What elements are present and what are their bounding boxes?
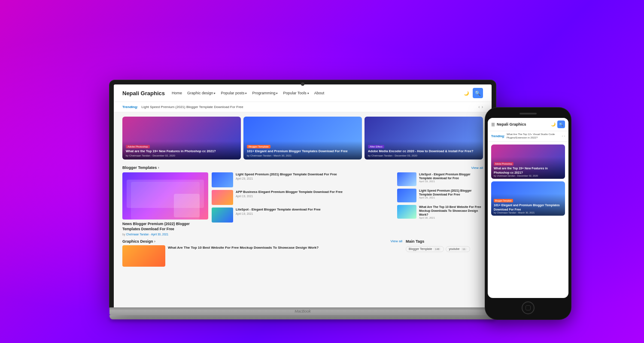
- phone-card-1[interactable]: Adobe Photoshop What are the Top 19+ New…: [491, 144, 565, 179]
- tag-count-2: 11: [461, 247, 467, 251]
- phone-card-2-overlay: Blogger Template 101+ Elegant and Premiu…: [491, 194, 565, 215]
- phone-home-inner: [526, 305, 531, 310]
- main-tags-title: Main Tags: [406, 239, 483, 244]
- trending-arrows: ‹ ›: [478, 105, 483, 109]
- hero-card-2-meta: by Chetmaan Tandan - March 30, 2021: [247, 154, 358, 157]
- nav-graphic-design[interactable]: Graphic design: [187, 91, 216, 95]
- hero-card-2-title: 101+ Elegant and Premium Blogger Templat…: [247, 149, 358, 153]
- prev-arrow[interactable]: ‹: [478, 105, 480, 109]
- graphics-thumb: [122, 245, 165, 267]
- macbook-screen-bezel: Nepali Graphics Home Graphic design Popu…: [109, 80, 496, 307]
- macbook-bottom: [109, 315, 496, 319]
- hero-card-2-overlay: Blogger Template 101+ Elegant and Premiu…: [243, 141, 362, 159]
- graphics-section-title[interactable]: Graphics Design: [122, 239, 155, 244]
- hero-card-1-tag: Adobe Photoshop: [126, 145, 150, 148]
- phone-search-button[interactable]: 🔍: [557, 120, 565, 128]
- phone-card-2-tag: Blogger Template: [494, 199, 513, 202]
- blogger-right: LiteSpot - Elegant Premium Blogger Templ…: [397, 172, 483, 236]
- hero-cards: Adobe Photoshop What are the Top 19+ New…: [114, 112, 492, 164]
- list-title-2[interactable]: APP Business Elegant Premium Blogger Tem…: [236, 190, 343, 194]
- phone-card-1-overlay: Adobe Photoshop What are the Top 19+ New…: [491, 157, 565, 178]
- blogger-main-date: April 30, 2021: [151, 233, 168, 236]
- phone-card-2[interactable]: Blogger Template 101+ Elegant and Premiu…: [491, 181, 565, 216]
- phone-trending-text[interactable]: What Are The Top 12+ Visual Studio Code …: [507, 133, 560, 140]
- phone-device: ☰ Nepali Graphics 🌙 🔍 Trending: What Are…: [485, 108, 571, 319]
- nav-popular-tools[interactable]: Popular Tools: [283, 91, 309, 95]
- trending-text[interactable]: Light Speed Premium (2021) Blogger Templ…: [141, 105, 475, 109]
- right-date-1: April 19, 2021: [419, 180, 483, 183]
- right-item-2: Light Speed Premium (2021) Blogger Templ…: [397, 189, 483, 202]
- phone-home-button[interactable]: [522, 301, 535, 314]
- hero-card-1[interactable]: Adobe Photoshop What are the Top 19+ New…: [122, 117, 241, 159]
- nav-home[interactable]: Home: [172, 91, 182, 95]
- tag-youtube[interactable]: youtube 11: [446, 246, 470, 252]
- blogger-main-author[interactable]: Chetmaan Tandan: [126, 233, 149, 236]
- macbook-device: Nepali Graphics Home Graphic design Popu…: [109, 80, 496, 319]
- right-title-1[interactable]: LiteSpot - Elegant Premium Blogger Templ…: [419, 172, 483, 180]
- next-arrow[interactable]: ›: [482, 105, 483, 109]
- graphics-item: What Are The Top 10 Best Website For Fre…: [122, 245, 402, 267]
- list-info-1: Light Speed Premium (2021) Blogger Templ…: [236, 172, 337, 180]
- blogger-main-item: News Blogger Premium (2022) Blogger Temp…: [122, 172, 208, 236]
- blogger-section-content: News Blogger Premium (2022) Blogger Temp…: [114, 171, 492, 238]
- nav-popular-posts[interactable]: Popular posts: [221, 91, 247, 95]
- list-thumb-3: [212, 208, 233, 223]
- right-title-2[interactable]: Light Speed Premium (2021) Blogger Templ…: [419, 189, 483, 196]
- list-title-3[interactable]: LiteSpot - Elegant Blogger Template down…: [236, 208, 321, 212]
- phone-screen: ☰ Nepali Graphics 🌙 🔍 Trending: What Are…: [488, 118, 568, 298]
- right-item-1: LiteSpot - Elegant Premium Blogger Templ…: [397, 172, 483, 186]
- phone-site-logo: Nepali Graphics: [497, 122, 549, 126]
- hero-card-1-title: What are the Top 19+ New Features in Pho…: [126, 149, 237, 153]
- hero-card-3-meta: by Chetmaan Tandan - December 03, 2020: [368, 154, 480, 157]
- phone-card-1-tag: Adobe Photoshop: [494, 162, 513, 165]
- right-info-1: LiteSpot - Elegant Premium Blogger Templ…: [419, 172, 483, 183]
- trending-bar: Trending: Light Speed Premium (2021) Blo…: [114, 102, 492, 112]
- bottom-sections: Graphics Design View all What Are The To…: [114, 238, 492, 268]
- phone-card-2-title: 101+ Elegant and Premium Blogger Templat…: [494, 203, 562, 211]
- list-thumb-1: [212, 172, 233, 187]
- site-header: Nepali Graphics Home Graphic design Popu…: [114, 84, 492, 102]
- phone-trending-bar: Trending: What Are The Top 12+ Visual St…: [488, 131, 568, 142]
- tag-label-1: Blogger Template: [409, 247, 432, 250]
- site-nav: Home Graphic design Popular posts Progra…: [172, 91, 456, 95]
- main-tags-section: Main Tags Blogger Template 148 youtube 1…: [406, 239, 483, 267]
- hero-card-3-overlay: After Effect Adobe Media Encoder cc 2020…: [365, 141, 483, 159]
- hero-card-2[interactable]: Blogger Template 101+ Elegant and Premiu…: [243, 117, 362, 159]
- list-thumb-2: [212, 190, 233, 205]
- main-scene: Nepali Graphics Home Graphic design Popu…: [21, 11, 623, 332]
- blogger-view-all[interactable]: View all: [471, 166, 483, 170]
- hero-card-3-tag: After Effect: [368, 145, 384, 148]
- right-item-3: What Are The Top 10 Best Website For Fre…: [397, 205, 483, 219]
- list-info-2: APP Business Elegant Premium Blogger Tem…: [236, 190, 343, 198]
- macbook-screen: Nepali Graphics Home Graphic design Popu…: [114, 84, 492, 307]
- blogger-list: Light Speed Premium (2021) Blogger Templ…: [212, 172, 394, 236]
- nav-programming[interactable]: Programming: [252, 91, 278, 95]
- tag-blogger-template[interactable]: Blogger Template 148: [406, 246, 444, 252]
- dark-mode-toggle[interactable]: 🌙: [462, 89, 470, 97]
- nav-about[interactable]: About: [314, 91, 325, 95]
- blogger-main-image[interactable]: [122, 172, 208, 220]
- right-info-3: What Are The Top 10 Best Website For Fre…: [419, 205, 483, 219]
- hero-card-3[interactable]: After Effect Adobe Media Encoder cc 2020…: [365, 117, 483, 159]
- list-date-1: April 29, 2021: [236, 177, 337, 180]
- right-date-3: April 30, 2021: [419, 217, 483, 219]
- hero-card-3-title: Adobe Media Encoder cc 2020 - How to Dow…: [368, 149, 480, 153]
- phone-site-header: ☰ Nepali Graphics 🌙 🔍: [488, 118, 568, 131]
- phone-body: ☰ Nepali Graphics 🌙 🔍 Trending: What Are…: [485, 108, 571, 319]
- right-thumb-3: [397, 205, 416, 219]
- list-item: LiteSpot - Elegant Blogger Template down…: [212, 208, 394, 223]
- graphics-item-title[interactable]: What Are The Top 10 Best Website For Fre…: [168, 245, 319, 250]
- list-title-1[interactable]: Light Speed Premium (2021) Blogger Templ…: [236, 172, 337, 177]
- phone-card-2-meta: by Chetmaan Tandan - March 30, 2021: [494, 211, 562, 214]
- right-title-3[interactable]: What Are The Top 10 Best Website For Fre…: [419, 205, 483, 217]
- blogger-section-title[interactable]: Blogger Templates: [122, 165, 159, 170]
- search-button[interactable]: 🔍: [473, 88, 483, 98]
- list-item: APP Business Elegant Premium Blogger Tem…: [212, 190, 394, 205]
- hero-card-1-overlay: Adobe Photoshop What are the Top 19+ New…: [122, 141, 241, 159]
- graphics-view-all[interactable]: View all: [391, 239, 402, 243]
- trending-label: Trending:: [122, 105, 138, 109]
- phone-menu-icon[interactable]: ☰: [491, 122, 495, 127]
- phone-dark-mode-icon[interactable]: 🌙: [551, 122, 556, 126]
- list-date-3: April 19, 2021: [236, 212, 321, 215]
- right-info-2: Light Speed Premium (2021) Blogger Templ…: [419, 189, 483, 199]
